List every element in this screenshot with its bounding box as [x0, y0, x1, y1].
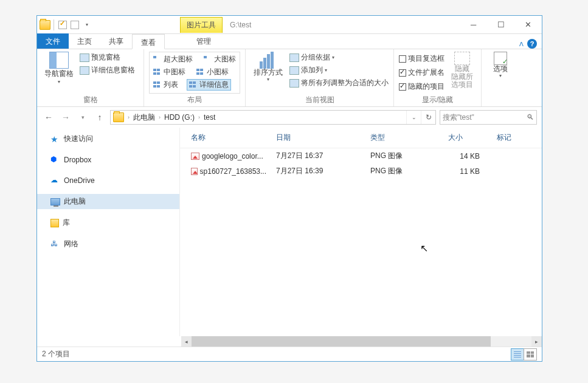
address-dropdown-button[interactable]: ⌄ [406, 111, 421, 124]
sidebar-item-this-pc[interactable]: 此电脑 [37, 194, 179, 209]
breadcrumb-drive[interactable]: HDD (G:) [162, 113, 197, 122]
preview-pane-button[interactable]: 预览窗格 [80, 52, 135, 63]
tab-share[interactable]: 共享 [100, 33, 132, 49]
dropbox-icon: ⬢ [50, 155, 60, 165]
sidebar-item-quick-access[interactable]: ★快速访问 [37, 131, 179, 147]
help-button[interactable]: ? [527, 39, 537, 49]
details-view-button[interactable] [511, 348, 524, 361]
label: 此电脑 [133, 112, 155, 123]
file-type: PNG 图像 [365, 165, 443, 178]
file-row[interactable]: sp160727_163853... 7月27日 16:39 PNG 图像 11… [180, 164, 542, 179]
hide-selected-button[interactable]: 隐藏 隐藏所选项目 [448, 52, 476, 94]
qat-new-folder-button[interactable] [69, 19, 80, 30]
sidebar-item-dropbox[interactable]: ⬢Dropbox [37, 153, 179, 167]
qat-properties-button[interactable] [57, 19, 68, 30]
chevron-right-icon[interactable]: › [126, 114, 131, 120]
layout-small[interactable]: 小图标 [194, 66, 231, 78]
tab-manage[interactable]: 管理 [188, 33, 220, 49]
minimize-button[interactable]: ─ [460, 16, 487, 33]
label: 选项 [493, 65, 508, 73]
thumbnails-view-button[interactable] [524, 348, 537, 361]
maximize-button[interactable]: ☐ [487, 16, 514, 33]
file-list[interactable]: googlelogo_color... 7月27日 16:37 PNG 图像 1… [180, 148, 542, 336]
chevron-right-icon[interactable]: › [157, 114, 162, 120]
layout-gallery: 超大图标 大图标 中图标 小图标 列表 详细信息 [149, 52, 240, 94]
breadcrumb-pc[interactable]: 此电脑 [131, 112, 157, 123]
layout-list[interactable]: 列表 [151, 79, 181, 91]
scroll-left-button[interactable]: ◂ [181, 336, 192, 347]
scroll-right-button[interactable]: ▸ [531, 336, 542, 347]
explorer-window: ▾ 图片工具 G:\test ─ ☐ ✕ 文件 主页 共享 查看 管理 ᐱ ? … [36, 15, 542, 362]
group-label: 窗格 [42, 94, 139, 105]
file-row[interactable]: googlelogo_color... 7月27日 16:37 PNG 图像 1… [180, 148, 542, 164]
column-size[interactable]: 大小 [443, 130, 492, 145]
chevron-right-icon[interactable]: › [197, 114, 201, 120]
file-date: 7月27日 16:39 [271, 165, 365, 178]
column-name[interactable]: 名称 [180, 130, 271, 145]
address-bar[interactable]: › 此电脑 › HDD (G:) › test ⌄ ↻ [110, 110, 436, 125]
chevron-down-icon: ▾ [325, 67, 327, 73]
close-button[interactable]: ✕ [514, 16, 542, 33]
horizontal-scrollbar[interactable]: ◂ ▸ [181, 336, 542, 347]
sidebar-item-network[interactable]: 🖧网络 [37, 236, 179, 252]
onedrive-icon: ☁ [50, 176, 60, 185]
file-date: 7月27日 16:37 [271, 150, 365, 162]
label: OneDrive [64, 176, 95, 185]
label: 此电脑 [64, 196, 86, 207]
details-pane-button[interactable]: 详细信息窗格 [80, 64, 135, 76]
label: 中图标 [164, 67, 185, 77]
column-date[interactable]: 日期 [271, 130, 365, 145]
breadcrumb-folder[interactable]: test [201, 113, 218, 122]
item-checkboxes-toggle[interactable]: 项目复选框 [399, 53, 444, 64]
add-columns-button[interactable]: 添加列▾ [289, 64, 389, 76]
navigation-pane-icon [49, 52, 69, 69]
thumbnails-view-icon [527, 351, 534, 357]
group-by-button[interactable]: 分组依据▾ [289, 52, 389, 63]
scroll-track[interactable] [192, 336, 531, 347]
layout-medium[interactable]: 中图标 [151, 66, 188, 78]
tab-home[interactable]: 主页 [69, 33, 100, 49]
layout-large[interactable]: 大图标 [201, 53, 238, 65]
list-icon [153, 81, 162, 89]
column-type[interactable]: 类型 [365, 130, 443, 145]
label: 排序方式 [254, 69, 283, 77]
check-icon [58, 21, 67, 29]
forward-button[interactable]: → [59, 111, 72, 124]
group-label: 显示/隐藏 [399, 94, 476, 105]
options-button[interactable]: 选项 ▾ [486, 52, 514, 95]
ribbon-tabs: 文件 主页 共享 查看 管理 ᐱ ? [37, 34, 542, 49]
sidebar-item-onedrive[interactable]: ☁OneDrive [37, 173, 179, 188]
recent-locations-button[interactable]: ▾ [76, 111, 89, 124]
label: test [204, 113, 215, 122]
layout-details[interactable]: 详细信息 [187, 79, 231, 91]
file-extensions-toggle[interactable]: 文件扩展名 [399, 67, 444, 78]
search-placeholder: 搜索"test" [443, 112, 474, 123]
refresh-button[interactable]: ↻ [421, 111, 435, 124]
column-tag[interactable]: 标记 [492, 130, 528, 145]
size-columns-button[interactable]: 将所有列调整为合适的大小 [289, 77, 389, 89]
tab-view[interactable]: 查看 [132, 34, 165, 49]
window-title: G:\test [230, 21, 251, 29]
picture-tools-context-tab[interactable]: 图片工具 [180, 17, 223, 33]
file-name: sp160727_163853... [200, 167, 266, 176]
label: 小图标 [207, 67, 229, 77]
back-button[interactable]: ← [42, 111, 55, 124]
tab-file[interactable]: 文件 [37, 33, 69, 49]
sort-by-button[interactable]: 排序方式 ▾ [251, 52, 286, 94]
up-button[interactable]: ↑ [93, 111, 106, 124]
window-controls: ─ ☐ ✕ [460, 16, 542, 33]
navigation-pane-button[interactable]: 导航窗格 ▾ [42, 52, 76, 94]
ribbon-group-options: 选项 ▾ [482, 49, 519, 106]
collapse-ribbon-button[interactable]: ᐱ [519, 41, 524, 47]
sidebar-item-libraries[interactable]: 库 [37, 215, 179, 230]
layout-extra-large[interactable]: 超大图标 [151, 53, 195, 65]
qat-customize-button[interactable]: ▾ [81, 19, 92, 30]
scroll-thumb[interactable] [192, 336, 491, 347]
navigation-pane: ★快速访问 ⬢Dropbox ☁OneDrive 此电脑 库 🖧网络 [37, 128, 180, 336]
search-input[interactable]: 搜索"test" 🔍︎ [440, 110, 537, 125]
label: 项目复选框 [408, 53, 444, 64]
hidden-items-toggle[interactable]: 隐藏的项目 [399, 81, 444, 92]
libraries-icon [50, 219, 59, 227]
options-icon [494, 52, 507, 65]
details-view-icon [514, 351, 521, 357]
